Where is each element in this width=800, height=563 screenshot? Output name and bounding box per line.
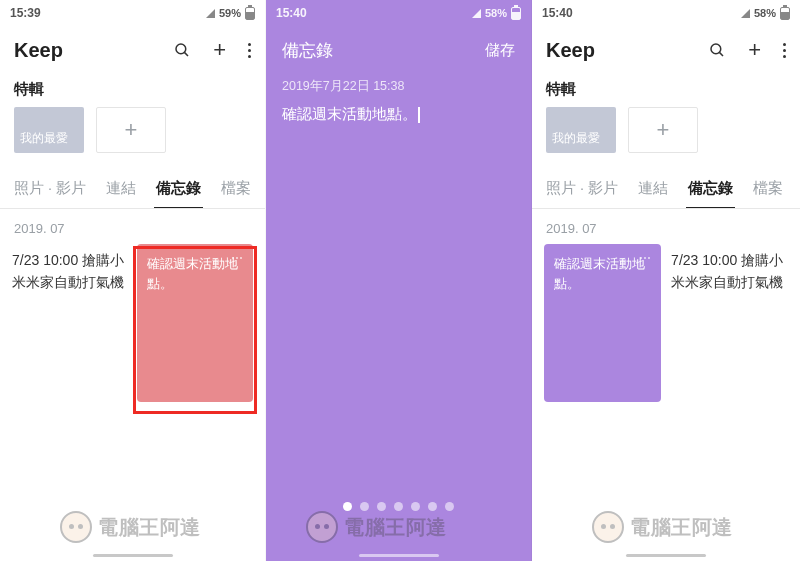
watermark: 電腦王阿達 — [592, 511, 733, 543]
status-bar: 15:40 58% — [532, 0, 800, 26]
home-indicator — [626, 554, 706, 557]
favorites-tile[interactable]: 我的最愛 — [546, 107, 616, 153]
editor-content-text: 確認週末活動地點。 — [282, 105, 417, 122]
tab-files[interactable]: 檔案 — [743, 169, 793, 208]
app-header: Keep + — [0, 26, 265, 74]
app-title: Keep — [14, 39, 63, 62]
color-dot-indicator[interactable] — [266, 502, 531, 511]
note-text-card[interactable]: 7/23 10:00 搶購小米米家自動打氣機 — [671, 244, 788, 402]
add-featured-tile[interactable]: + — [628, 107, 698, 153]
favorites-tile[interactable]: 我的最愛 — [14, 107, 84, 153]
favorites-tile-label: 我的最愛 — [552, 130, 600, 147]
memo-card-text: 確認週末活動地點。 — [147, 256, 238, 291]
svg-point-0 — [176, 44, 186, 54]
battery-percent: 58% — [754, 7, 776, 19]
status-right: 58% — [741, 7, 790, 20]
add-featured-tile[interactable]: + — [96, 107, 166, 153]
watermark: 電腦王阿達 — [60, 511, 201, 543]
search-icon[interactable] — [708, 41, 726, 59]
color-dot[interactable] — [394, 502, 403, 511]
tab-photos[interactable]: 照片 · 影片 — [536, 169, 628, 208]
color-dot[interactable] — [411, 502, 420, 511]
signal-icon — [472, 9, 481, 18]
color-dot[interactable] — [343, 502, 352, 511]
home-indicator — [359, 554, 439, 557]
featured-section-label: 特輯 — [0, 74, 265, 107]
content-tabs: 照片 · 影片 連結 備忘錄 檔案 — [532, 167, 800, 209]
color-dot[interactable] — [428, 502, 437, 511]
editor-title: 備忘錄 — [282, 39, 333, 62]
battery-icon — [245, 7, 255, 20]
phone-screen-keep-pink: 15:39 59% Keep + 特輯 我的最愛 + 照片 · 影片 — [0, 0, 266, 561]
content-tabs: 照片 · 影片 連結 備忘錄 檔案 — [0, 167, 265, 209]
watermark-face-icon — [592, 511, 624, 543]
tab-memos[interactable]: 備忘錄 — [146, 169, 211, 208]
search-icon[interactable] — [173, 41, 191, 59]
watermark-face-icon — [306, 511, 338, 543]
date-header: 2019. 07 — [532, 209, 800, 244]
more-icon[interactable] — [248, 43, 251, 58]
favorites-tile-label: 我的最愛 — [20, 130, 68, 147]
tab-photos[interactable]: 照片 · 影片 — [4, 169, 96, 208]
svg-point-2 — [711, 44, 721, 54]
phone-screen-keep-purple: 15:40 58% Keep + 特輯 我的最愛 + 照片 · 影片 — [532, 0, 800, 561]
color-dot[interactable] — [445, 502, 454, 511]
more-icon[interactable] — [783, 43, 786, 58]
add-icon[interactable]: + — [213, 39, 226, 61]
add-icon[interactable]: + — [748, 39, 761, 61]
status-right: 59% — [206, 7, 255, 20]
battery-icon — [511, 7, 521, 20]
watermark-text: 電腦王阿達 — [98, 514, 201, 541]
battery-percent: 58% — [485, 7, 507, 19]
card-more-icon[interactable]: ⋯ — [639, 249, 653, 267]
svg-line-3 — [720, 52, 724, 56]
color-dot[interactable] — [377, 502, 386, 511]
clock: 15:40 — [542, 6, 573, 20]
home-indicator — [93, 554, 173, 557]
svg-line-1 — [185, 52, 189, 56]
watermark: 電腦王阿達 — [306, 511, 447, 543]
watermark-text: 電腦王阿達 — [344, 514, 447, 541]
clock: 15:40 — [276, 6, 307, 20]
battery-icon — [780, 7, 790, 20]
signal-icon — [741, 9, 750, 18]
editor-header: 備忘錄 儲存 — [266, 26, 531, 74]
watermark-face-icon — [60, 511, 92, 543]
save-button[interactable]: 儲存 — [485, 41, 515, 60]
color-dot[interactable] — [360, 502, 369, 511]
app-title: Keep — [546, 39, 595, 62]
tab-links[interactable]: 連結 — [96, 169, 146, 208]
featured-section-label: 特輯 — [532, 74, 800, 107]
editor-timestamp: 2019年7月22日 15:38 — [266, 74, 531, 105]
watermark-text: 電腦王阿達 — [630, 514, 733, 541]
status-right: 58% — [472, 7, 521, 20]
date-header: 2019. 07 — [0, 209, 265, 244]
editor-body[interactable]: 確認週末活動地點。 — [266, 105, 531, 124]
status-bar: 15:40 58% — [266, 0, 531, 26]
memo-card-purple[interactable]: ⋯ 確認週末活動地點。 — [544, 244, 661, 402]
phone-screen-memo-editor: 15:40 58% 備忘錄 儲存 2019年7月22日 15:38 確認週末活動… — [266, 0, 532, 561]
memo-card-text: 確認週末活動地點。 — [554, 256, 645, 291]
battery-percent: 59% — [219, 7, 241, 19]
tab-memos[interactable]: 備忘錄 — [678, 169, 743, 208]
text-cursor — [418, 107, 420, 123]
note-text-card[interactable]: 7/23 10:00 搶購小米米家自動打氣機 — [12, 244, 127, 402]
tab-files[interactable]: 檔案 — [211, 169, 261, 208]
card-more-icon[interactable]: ⋯ — [231, 249, 245, 267]
status-bar: 15:39 59% — [0, 0, 265, 26]
clock: 15:39 — [10, 6, 41, 20]
app-header: Keep + — [532, 26, 800, 74]
memo-card-pink[interactable]: ⋯ 確認週末活動地點。 — [137, 244, 253, 402]
signal-icon — [206, 9, 215, 18]
tab-links[interactable]: 連結 — [628, 169, 678, 208]
